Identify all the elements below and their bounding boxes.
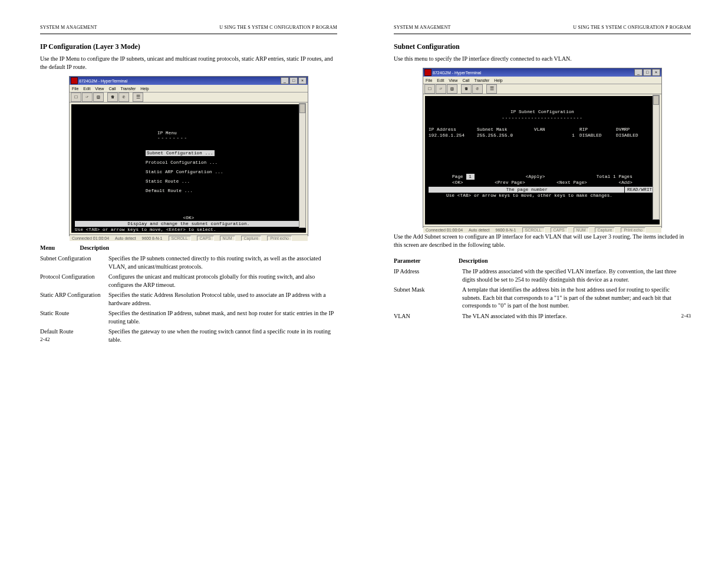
status-bar: Connected 01:00:04 Auto detect 9600 8-N-…: [70, 234, 308, 241]
status-scroll: SCROLL: [522, 227, 545, 233]
save-icon[interactable]: ▤: [93, 92, 104, 102]
menu-description-table: Subnet ConfigurationSpecifies the IP sub…: [40, 253, 337, 345]
status-print: Print echo: [267, 236, 292, 241]
minimize-button[interactable]: _: [634, 69, 643, 76]
scrollbar[interactable]: [299, 103, 306, 228]
hdr-mask: Subnet Mask: [477, 127, 533, 133]
menu-edit[interactable]: Edit: [437, 78, 444, 82]
hdr-left: SYSTEM M ANAGEMENT: [394, 25, 451, 30]
row-key: Subnet Mask: [394, 285, 462, 311]
row-key: VLAN: [394, 311, 462, 322]
terminal-screen[interactable]: IP Menu -------- Subnet Configuration ..…: [71, 104, 306, 233]
menu-items-heading: Menu Description: [40, 244, 337, 251]
row-val: Specifies the static Address Resolution …: [108, 290, 337, 308]
open-icon[interactable]: ☞: [82, 92, 93, 102]
table-row: VLANThe VLAN associated with this IP int…: [394, 311, 691, 322]
next-page-button[interactable]: <Next Page>: [556, 180, 587, 186]
menu-item-static-route[interactable]: Static Route ...: [146, 178, 302, 184]
menu-item-subnet-config[interactable]: Subnet Configuration ...: [146, 150, 215, 156]
hdr-dvmrp: DVMRP: [616, 127, 651, 133]
table-row: Subnet MaskA template that identifies th…: [394, 285, 691, 311]
menu-item-default-route[interactable]: Default Route ...: [146, 188, 302, 194]
hangup-icon[interactable]: ✆: [472, 84, 483, 94]
window-titlebar: 8724G2M - HyperTerminal _ □ ×: [70, 77, 308, 85]
hyperterminal-window: 8724G2M - HyperTerminal _ □ × File Edit …: [69, 76, 308, 236]
status-bar: Connected 01:00:04 Auto detect 9600 8-N-…: [423, 226, 661, 233]
terminal-screen[interactable]: IP Subnet Configuration ----------------…: [425, 96, 660, 224]
page-header-right: SYSTEM M ANAGEMENT U SING THE S YSTEM C …: [394, 25, 691, 30]
close-button[interactable]: ×: [298, 77, 307, 84]
new-icon[interactable]: □: [71, 92, 81, 102]
status-hint: Display and change the subnet configurat…: [75, 221, 302, 227]
hangup-icon[interactable]: ✆: [118, 92, 129, 102]
menu-transfer[interactable]: Transfer: [474, 78, 489, 82]
scrollbar[interactable]: [653, 95, 660, 220]
apply-button[interactable]: <Apply>: [526, 174, 545, 180]
table-row: Protocol ConfigurationConfigures the uni…: [40, 272, 337, 290]
cell-mask: 255.255.255.0: [477, 133, 533, 138]
intro-paragraph: Use the IP Menu to configure the IP subn…: [40, 55, 337, 71]
hdr-vlan: VLAN: [534, 127, 578, 133]
add-button[interactable]: <Add>: [618, 180, 633, 186]
menu-view[interactable]: View: [449, 78, 457, 82]
menu-help[interactable]: Help: [494, 78, 502, 82]
status-caps: CAPS: [197, 236, 214, 241]
status-print: Print echo: [621, 227, 645, 233]
toolbar: □ ☞ ▤ ☎ ✆ ☰: [70, 92, 308, 103]
row-key: Static Route: [40, 308, 108, 326]
call-icon[interactable]: ☎: [107, 92, 118, 102]
cell-ip: 192.168.1.254: [429, 133, 476, 138]
data-row[interactable]: 192.168.1.254 255.255.255.0 1 DISABLED D…: [429, 133, 656, 138]
props-icon[interactable]: ☰: [133, 92, 143, 102]
maximize-button[interactable]: □: [289, 77, 298, 84]
maximize-button[interactable]: □: [643, 69, 651, 76]
menu-file[interactable]: File: [426, 78, 432, 82]
table-row: Static ARP ConfigurationSpecifies the st…: [40, 290, 337, 308]
row-key: Subnet Configuration: [40, 253, 108, 272]
status-proto: 9600 8-N-1: [141, 236, 162, 240]
app-icon: [424, 69, 431, 76]
props-icon[interactable]: ☰: [486, 84, 497, 94]
table-row: IP AddressThe IP address associated with…: [394, 266, 691, 285]
page-number: 2-42: [40, 336, 50, 342]
ok-button[interactable]: <OK>: [452, 180, 463, 186]
row-val: Specifies the destination IP address, su…: [108, 308, 337, 326]
header-rule: [394, 34, 691, 34]
save-icon[interactable]: ▤: [447, 84, 457, 94]
status-capture: Capture: [595, 227, 615, 233]
page-label: Page 1: [452, 174, 475, 180]
menu-view[interactable]: View: [95, 87, 104, 91]
menu-file[interactable]: File: [72, 87, 78, 91]
new-icon[interactable]: □: [424, 84, 435, 94]
parameter-description-table: IP AddressThe IP address associated with…: [394, 266, 691, 321]
status-capture: Capture: [241, 236, 262, 241]
rw-indicator: READ/WRITE: [624, 187, 655, 193]
minimize-button[interactable]: _: [281, 77, 289, 84]
hdr-ip: IP Address: [429, 127, 476, 133]
term-title: IP Subnet Configuration: [429, 109, 656, 115]
menu-bar: File Edit View Call Transfer Help: [423, 77, 661, 84]
close-button[interactable]: ×: [652, 69, 660, 76]
menu-help[interactable]: Help: [140, 87, 149, 91]
page-input[interactable]: 1: [466, 174, 475, 180]
ok-button-label[interactable]: <OK>: [71, 215, 306, 221]
row-val: The IP address associated with the speci…: [462, 266, 691, 285]
total-pages: Total 1 Pages: [597, 174, 633, 180]
row-key: IP Address: [394, 266, 462, 285]
page-number: 2-43: [681, 313, 691, 319]
menu-transfer[interactable]: Transfer: [120, 87, 136, 91]
table-row: Subnet ConfigurationSpecifies the IP sub…: [40, 253, 337, 272]
menu-item-static-arp[interactable]: Static ARP Configuration ...: [146, 169, 302, 175]
status-connected: Connected 01:00:04: [426, 228, 463, 232]
cell-vlan: 1: [534, 133, 578, 138]
prev-page-button[interactable]: <Prev Page>: [495, 180, 525, 186]
menu-call[interactable]: Call: [108, 87, 116, 91]
menu-edit[interactable]: Edit: [83, 87, 90, 91]
menu-call[interactable]: Call: [462, 78, 469, 82]
open-icon[interactable]: ☞: [436, 84, 446, 94]
menu-item-protocol-config[interactable]: Protocol Configuration ...: [146, 160, 302, 166]
row-val: Specifies the gateway to use when the ro…: [108, 326, 337, 345]
call-icon[interactable]: ☎: [461, 84, 472, 94]
row-key: Static ARP Configuration: [40, 290, 108, 308]
status-proto: 9600 8-N-1: [495, 228, 516, 232]
